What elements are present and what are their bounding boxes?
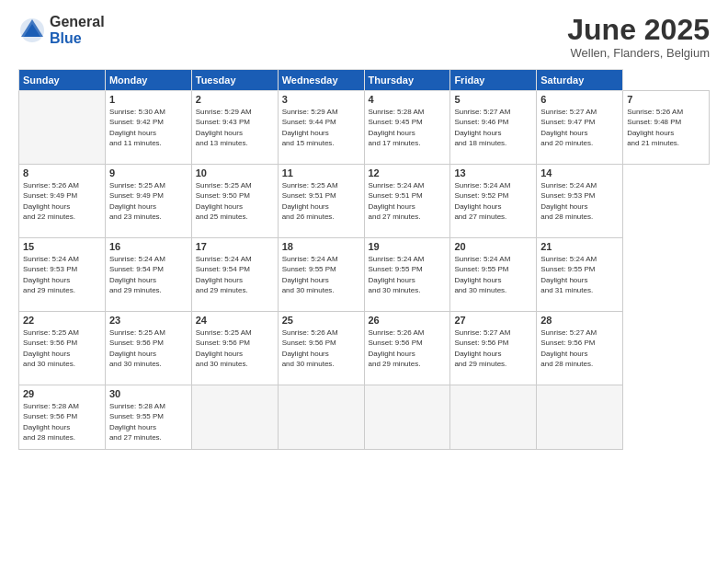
- calendar-cell: 3 Sunrise: 5:29 AM Sunset: 9:44 PM Dayli…: [278, 91, 364, 165]
- day-info: Sunrise: 5:25 AM Sunset: 9:50 PM Dayligh…: [196, 180, 274, 222]
- day-info: Sunrise: 5:24 AM Sunset: 9:54 PM Dayligh…: [109, 254, 188, 295]
- day-info: Sunrise: 5:30 AM Sunset: 9:42 PM Dayligh…: [109, 107, 188, 148]
- calendar-week-row: 1 Sunrise: 5:30 AM Sunset: 9:42 PM Dayli…: [19, 91, 710, 165]
- day-number: 5: [454, 94, 532, 105]
- day-number: 29: [23, 388, 101, 399]
- day-info: Sunrise: 5:25 AM Sunset: 9:56 PM Dayligh…: [196, 327, 274, 369]
- day-info: Sunrise: 5:24 AM Sunset: 9:52 PM Dayligh…: [454, 180, 532, 222]
- calendar-cell: [191, 385, 278, 450]
- day-number: 15: [23, 241, 101, 252]
- day-number: 13: [454, 167, 532, 178]
- day-number: 14: [540, 167, 619, 178]
- day-number: 7: [627, 94, 705, 105]
- day-info: Sunrise: 5:27 AM Sunset: 9:56 PM Dayligh…: [540, 327, 619, 369]
- day-number: 6: [540, 94, 619, 105]
- calendar-cell: 4 Sunrise: 5:28 AM Sunset: 9:45 PM Dayli…: [364, 91, 450, 165]
- calendar-cell: 10 Sunrise: 5:25 AM Sunset: 9:50 PM Dayl…: [191, 165, 278, 238]
- weekday-header: Sunday: [19, 70, 106, 91]
- weekday-header: Monday: [105, 70, 191, 91]
- calendar-cell: 17 Sunrise: 5:24 AM Sunset: 9:54 PM Dayl…: [191, 238, 278, 312]
- calendar-cell: 8 Sunrise: 5:26 AM Sunset: 9:49 PM Dayli…: [19, 165, 106, 238]
- calendar-week-row: 29 Sunrise: 5:28 AM Sunset: 9:56 PM Dayl…: [19, 385, 710, 450]
- calendar-cell: 27 Sunrise: 5:27 AM Sunset: 9:56 PM Dayl…: [450, 312, 537, 385]
- calendar-cell: 5 Sunrise: 5:27 AM Sunset: 9:46 PM Dayli…: [450, 91, 537, 165]
- day-info: Sunrise: 5:26 AM Sunset: 9:56 PM Dayligh…: [282, 327, 360, 369]
- day-info: Sunrise: 5:24 AM Sunset: 9:53 PM Dayligh…: [540, 180, 619, 222]
- day-number: 22: [23, 315, 101, 326]
- day-number: 27: [454, 315, 532, 326]
- day-info: Sunrise: 5:25 AM Sunset: 9:51 PM Dayligh…: [282, 180, 360, 222]
- day-info: Sunrise: 5:27 AM Sunset: 9:47 PM Dayligh…: [540, 107, 619, 148]
- location: Wellen, Flanders, Belgium: [567, 46, 710, 60]
- day-number: 19: [369, 241, 447, 252]
- calendar-week-row: 8 Sunrise: 5:26 AM Sunset: 9:49 PM Dayli…: [19, 165, 710, 238]
- calendar-cell: 29 Sunrise: 5:28 AM Sunset: 9:56 PM Dayl…: [19, 385, 106, 450]
- day-number: 1: [109, 94, 188, 105]
- day-number: 28: [540, 315, 619, 326]
- calendar-cell: 18 Sunrise: 5:24 AM Sunset: 9:55 PM Dayl…: [278, 238, 364, 312]
- day-number: 3: [282, 94, 360, 105]
- calendar-cell: 23 Sunrise: 5:25 AM Sunset: 9:56 PM Dayl…: [105, 312, 191, 385]
- day-info: Sunrise: 5:28 AM Sunset: 9:45 PM Dayligh…: [369, 107, 447, 148]
- calendar-week-row: 15 Sunrise: 5:24 AM Sunset: 9:53 PM Dayl…: [19, 238, 710, 312]
- calendar-cell: 21 Sunrise: 5:24 AM Sunset: 9:55 PM Dayl…: [537, 238, 623, 312]
- weekday-header: Saturday: [537, 70, 623, 91]
- calendar-table: SundayMondayTuesdayWednesdayThursdayFrid…: [18, 69, 710, 450]
- calendar-cell: 11 Sunrise: 5:25 AM Sunset: 9:51 PM Dayl…: [278, 165, 364, 238]
- day-number: 26: [369, 315, 447, 326]
- day-info: Sunrise: 5:26 AM Sunset: 9:49 PM Dayligh…: [23, 180, 101, 222]
- day-number: 23: [109, 315, 188, 326]
- calendar-cell: 14 Sunrise: 5:24 AM Sunset: 9:53 PM Dayl…: [537, 165, 623, 238]
- day-info: Sunrise: 5:24 AM Sunset: 9:55 PM Dayligh…: [369, 254, 447, 295]
- day-info: Sunrise: 5:28 AM Sunset: 9:55 PM Dayligh…: [109, 401, 188, 442]
- calendar-cell: 24 Sunrise: 5:25 AM Sunset: 9:56 PM Dayl…: [191, 312, 278, 385]
- logo: General Blue: [18, 14, 105, 46]
- calendar-cell: [364, 385, 450, 450]
- calendar-cell: 13 Sunrise: 5:24 AM Sunset: 9:52 PM Dayl…: [450, 165, 537, 238]
- day-info: Sunrise: 5:27 AM Sunset: 9:46 PM Dayligh…: [454, 107, 532, 148]
- day-number: 9: [109, 167, 188, 178]
- calendar-cell: 22 Sunrise: 5:25 AM Sunset: 9:56 PM Dayl…: [19, 312, 106, 385]
- day-info: Sunrise: 5:24 AM Sunset: 9:53 PM Dayligh…: [23, 254, 101, 295]
- calendar-cell: 6 Sunrise: 5:27 AM Sunset: 9:47 PM Dayli…: [537, 91, 623, 165]
- calendar-header-row: SundayMondayTuesdayWednesdayThursdayFrid…: [19, 70, 710, 91]
- calendar-cell: 20 Sunrise: 5:24 AM Sunset: 9:55 PM Dayl…: [450, 238, 537, 312]
- day-info: Sunrise: 5:25 AM Sunset: 9:56 PM Dayligh…: [23, 327, 101, 369]
- day-info: Sunrise: 5:26 AM Sunset: 9:56 PM Dayligh…: [369, 327, 447, 369]
- day-info: Sunrise: 5:29 AM Sunset: 9:44 PM Dayligh…: [282, 107, 360, 148]
- day-number: 12: [369, 167, 447, 178]
- day-info: Sunrise: 5:27 AM Sunset: 9:56 PM Dayligh…: [454, 327, 532, 369]
- day-number: 8: [23, 167, 101, 178]
- day-info: Sunrise: 5:25 AM Sunset: 9:49 PM Dayligh…: [109, 180, 188, 222]
- day-info: Sunrise: 5:28 AM Sunset: 9:56 PM Dayligh…: [23, 401, 101, 442]
- logo-text: General Blue: [50, 14, 105, 46]
- calendar-cell: 28 Sunrise: 5:27 AM Sunset: 9:56 PM Dayl…: [537, 312, 623, 385]
- day-number: 11: [282, 167, 360, 178]
- day-number: 4: [369, 94, 447, 105]
- calendar-cell: 30 Sunrise: 5:28 AM Sunset: 9:55 PM Dayl…: [105, 385, 191, 450]
- weekday-header: Thursday: [364, 70, 450, 91]
- header: General Blue June 2025 Wellen, Flanders,…: [18, 14, 710, 60]
- day-info: Sunrise: 5:24 AM Sunset: 9:55 PM Dayligh…: [282, 254, 360, 295]
- calendar-cell: 1 Sunrise: 5:30 AM Sunset: 9:42 PM Dayli…: [105, 91, 191, 165]
- day-number: 10: [196, 167, 274, 178]
- calendar-cell: 7 Sunrise: 5:26 AM Sunset: 9:48 PM Dayli…: [623, 91, 710, 165]
- day-info: Sunrise: 5:24 AM Sunset: 9:51 PM Dayligh…: [369, 180, 447, 222]
- calendar-week-row: 22 Sunrise: 5:25 AM Sunset: 9:56 PM Dayl…: [19, 312, 710, 385]
- page: General Blue June 2025 Wellen, Flanders,…: [0, 0, 728, 563]
- calendar-cell: 9 Sunrise: 5:25 AM Sunset: 9:49 PM Dayli…: [105, 165, 191, 238]
- weekday-header: Friday: [450, 70, 537, 91]
- calendar-cell: 12 Sunrise: 5:24 AM Sunset: 9:51 PM Dayl…: [364, 165, 450, 238]
- day-number: 17: [196, 241, 274, 252]
- month-title: June 2025: [567, 14, 710, 46]
- day-number: 2: [196, 94, 274, 105]
- day-number: 24: [196, 315, 274, 326]
- calendar-cell: 15 Sunrise: 5:24 AM Sunset: 9:53 PM Dayl…: [19, 238, 106, 312]
- logo-general: General: [50, 14, 105, 30]
- calendar-cell: [278, 385, 364, 450]
- day-info: Sunrise: 5:26 AM Sunset: 9:48 PM Dayligh…: [627, 107, 705, 148]
- weekday-header: Wednesday: [278, 70, 364, 91]
- calendar-cell: 25 Sunrise: 5:26 AM Sunset: 9:56 PM Dayl…: [278, 312, 364, 385]
- day-info: Sunrise: 5:24 AM Sunset: 9:55 PM Dayligh…: [540, 254, 619, 295]
- calendar-cell: [19, 91, 106, 165]
